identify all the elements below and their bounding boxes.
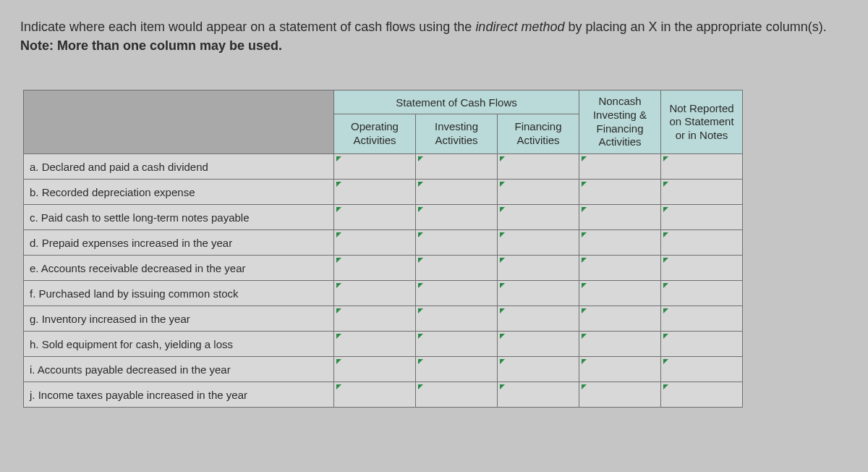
table-row: f. Purchased land by issuing common stoc… bbox=[24, 281, 743, 306]
row-label: f. Purchased land by issuing common stoc… bbox=[24, 281, 334, 306]
cell-financing[interactable] bbox=[498, 357, 579, 382]
instruction-text-2: by placing an X in the appropriate colum… bbox=[564, 20, 826, 34]
table-row: i. Accounts payable decreased in the yea… bbox=[24, 357, 743, 382]
row-label: e. Accounts receivable decreased in the … bbox=[24, 256, 334, 281]
cell-not-reported[interactable] bbox=[661, 306, 743, 332]
note-prefix: Note: bbox=[20, 38, 57, 53]
cell-noncash[interactable] bbox=[579, 205, 661, 230]
cell-not-reported[interactable] bbox=[661, 357, 743, 382]
table-row: b. Recorded depreciation expense bbox=[24, 180, 743, 205]
header-operating: Operating Activities bbox=[334, 114, 416, 153]
cell-not-reported[interactable] bbox=[661, 382, 743, 408]
header-not-reported: Not Reported on Statement or in Notes bbox=[661, 90, 743, 154]
cell-operating[interactable] bbox=[334, 332, 416, 357]
cell-noncash[interactable] bbox=[579, 230, 661, 256]
cell-financing[interactable] bbox=[498, 230, 579, 256]
table-row: c. Paid cash to settle long-term notes p… bbox=[24, 205, 743, 230]
header-investing: Investing Activities bbox=[416, 114, 498, 153]
cell-operating[interactable] bbox=[334, 154, 416, 180]
row-label: i. Accounts payable decreased in the yea… bbox=[24, 357, 334, 382]
cell-investing[interactable] bbox=[416, 357, 498, 382]
cell-not-reported[interactable] bbox=[661, 205, 743, 230]
table-row: h. Sold equipment for cash, yielding a l… bbox=[24, 332, 743, 357]
table-row: d. Prepaid expenses increased in the yea… bbox=[24, 230, 743, 256]
table-row: a. Declared and paid a cash dividend bbox=[24, 154, 743, 180]
instruction-italic: indirect method bbox=[475, 20, 564, 34]
cell-investing[interactable] bbox=[416, 382, 498, 408]
cell-operating[interactable] bbox=[334, 382, 416, 408]
header-financing: Financing Activities bbox=[498, 114, 579, 153]
cell-investing[interactable] bbox=[416, 256, 498, 281]
cell-noncash[interactable] bbox=[579, 154, 661, 180]
cell-investing[interactable] bbox=[416, 230, 498, 256]
cell-operating[interactable] bbox=[334, 205, 416, 230]
cell-noncash[interactable] bbox=[579, 180, 661, 205]
row-label: h. Sold equipment for cash, yielding a l… bbox=[24, 332, 334, 357]
table-row: j. Income taxes payable increased in the… bbox=[24, 382, 743, 408]
cell-financing[interactable] bbox=[498, 281, 579, 306]
header-blank-corner bbox=[24, 90, 334, 154]
cell-investing[interactable] bbox=[416, 180, 498, 205]
cell-financing[interactable] bbox=[498, 180, 579, 205]
cell-noncash[interactable] bbox=[579, 332, 661, 357]
cell-investing[interactable] bbox=[416, 306, 498, 332]
cell-not-reported[interactable] bbox=[661, 281, 743, 306]
cell-financing[interactable] bbox=[498, 256, 579, 281]
cell-financing[interactable] bbox=[498, 332, 579, 357]
row-label: d. Prepaid expenses increased in the yea… bbox=[24, 230, 334, 256]
table-row: e. Accounts receivable decreased in the … bbox=[24, 256, 743, 281]
cell-operating[interactable] bbox=[334, 306, 416, 332]
row-label: j. Income taxes payable increased in the… bbox=[24, 382, 334, 408]
cell-operating[interactable] bbox=[334, 230, 416, 256]
cash-flows-table: Statement of Cash Flows Noncash Investin… bbox=[23, 90, 743, 408]
header-statement-span: Statement of Cash Flows bbox=[334, 90, 579, 114]
cell-not-reported[interactable] bbox=[661, 332, 743, 357]
cell-noncash[interactable] bbox=[579, 357, 661, 382]
cell-noncash[interactable] bbox=[579, 256, 661, 281]
cell-financing[interactable] bbox=[498, 382, 579, 408]
cell-operating[interactable] bbox=[334, 180, 416, 205]
cell-investing[interactable] bbox=[416, 154, 498, 180]
cell-not-reported[interactable] bbox=[661, 180, 743, 205]
cell-not-reported[interactable] bbox=[661, 256, 743, 281]
row-label: g. Inventory increased in the year bbox=[24, 306, 334, 332]
cell-noncash[interactable] bbox=[579, 382, 661, 408]
row-label: a. Declared and paid a cash dividend bbox=[24, 154, 334, 180]
cell-financing[interactable] bbox=[498, 154, 579, 180]
header-noncash: Noncash Investing & Financing Activities bbox=[579, 90, 661, 154]
cell-not-reported[interactable] bbox=[661, 230, 743, 256]
note-body: More than one column may be used. bbox=[57, 38, 282, 53]
cell-operating[interactable] bbox=[334, 281, 416, 306]
cell-operating[interactable] bbox=[334, 256, 416, 281]
row-label: b. Recorded depreciation expense bbox=[24, 180, 334, 205]
cell-operating[interactable] bbox=[334, 357, 416, 382]
cell-financing[interactable] bbox=[498, 306, 579, 332]
cell-financing[interactable] bbox=[498, 205, 579, 230]
cell-not-reported[interactable] bbox=[661, 154, 743, 180]
instruction-text-1: Indicate where each item would appear on… bbox=[20, 20, 475, 34]
table-body: a. Declared and paid a cash dividend b. … bbox=[24, 154, 743, 408]
instructions-block: Indicate where each item would appear on… bbox=[20, 17, 848, 55]
cell-investing[interactable] bbox=[416, 281, 498, 306]
table-row: g. Inventory increased in the year bbox=[24, 306, 743, 332]
cell-investing[interactable] bbox=[416, 332, 498, 357]
cell-noncash[interactable] bbox=[579, 306, 661, 332]
cell-noncash[interactable] bbox=[579, 281, 661, 306]
row-label: c. Paid cash to settle long-term notes p… bbox=[24, 205, 334, 230]
cell-investing[interactable] bbox=[416, 205, 498, 230]
